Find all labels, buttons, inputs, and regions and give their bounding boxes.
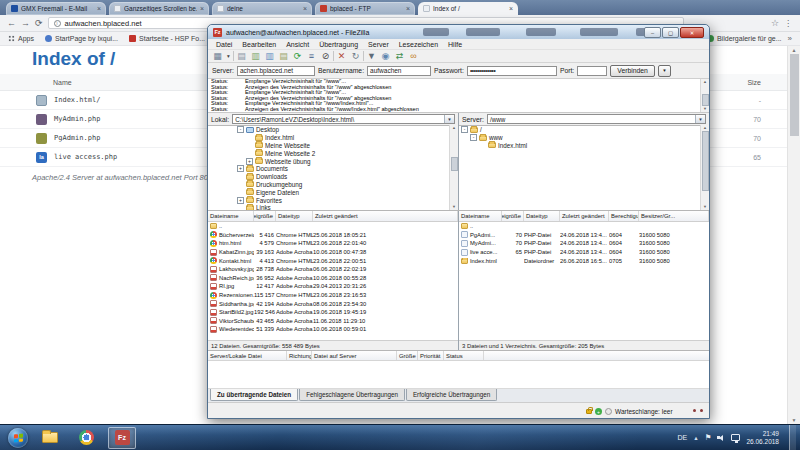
tree-item[interactable]: + Webseite übung bbox=[208, 157, 449, 165]
tree-expander-icon[interactable]: - bbox=[461, 126, 468, 133]
local-tree-scrollbar[interactable]: ▲ ▼ bbox=[449, 125, 458, 210]
queue-column-header[interactable]: Größe bbox=[397, 351, 418, 360]
tree-expander-icon[interactable] bbox=[479, 142, 486, 149]
Rezensionen.html[interactable]: Rezensionen.html 115 157 Chrome HTML... … bbox=[208, 291, 458, 300]
tree-item[interactable]: Downloads bbox=[208, 173, 449, 181]
site-manager-caret-icon[interactable]: ▾ bbox=[225, 50, 232, 62]
Lakhovsky.jpg[interactable]: Lakhovsky.jpg 28 738 Adobe Acroba... 06.… bbox=[208, 265, 458, 274]
log-scrollbar[interactable]: ▲ ▼ bbox=[700, 79, 709, 112]
live acce...[interactable]: live acce... 65 PHP-Datei 24.06.2018 13:… bbox=[459, 248, 709, 257]
browser-tab[interactable]: bplaced - FTP × bbox=[315, 2, 415, 15]
site-manager-icon[interactable]: ▦ bbox=[211, 50, 224, 62]
queue-tab[interactable]: Zu übertragende Dateien bbox=[210, 389, 298, 401]
resize-grip[interactable] bbox=[693, 409, 703, 412]
start-button[interactable] bbox=[8, 428, 28, 448]
menu-item[interactable]: Hilfe bbox=[443, 41, 467, 48]
tree-expander-icon[interactable]: - bbox=[470, 134, 477, 141]
username-input[interactable]: aufwachen bbox=[367, 66, 431, 76]
queue-tab[interactable]: Erfolgreiche Übertragungen bbox=[406, 389, 497, 401]
tab-close-icon[interactable]: × bbox=[97, 5, 101, 12]
StartBild2.jpg[interactable]: StartBild2.jpg 192 546 Adobe Acroba... 1… bbox=[208, 308, 458, 317]
remote-tree-scrollbar[interactable]: ▲ ▼ bbox=[700, 125, 709, 210]
tree-expander-icon[interactable]: + bbox=[237, 165, 244, 172]
tree-item[interactable]: Index.html bbox=[208, 134, 449, 142]
compare-icon[interactable]: ◉ bbox=[379, 50, 392, 62]
cancel-icon[interactable]: ⊘ bbox=[319, 50, 332, 62]
Kontakt.html[interactable]: Kontakt.html 4 413 Chrome HTML... 23.06.… bbox=[208, 256, 458, 265]
column-header[interactable]: Dateigröße bbox=[502, 211, 524, 221]
queue-column-header[interactable]: Status bbox=[444, 351, 484, 360]
queue-tab[interactable]: Fehlgeschlagene Übertragungen bbox=[299, 389, 405, 401]
taskbar-filezilla-button[interactable]: Fz bbox=[108, 427, 136, 449]
column-header[interactable]: Dateiname bbox=[208, 211, 254, 221]
PgAdmi...[interactable]: PgAdmi... 70 PHP-Datei 24.06.2018 13:4..… bbox=[459, 231, 709, 240]
scroll-down-icon[interactable]: ▼ bbox=[452, 204, 456, 210]
scrollbar-thumb[interactable] bbox=[702, 131, 709, 191]
menu-item[interactable]: Übertragung bbox=[314, 41, 363, 48]
menu-item[interactable]: Bearbeiten bbox=[237, 41, 281, 48]
tree-item[interactable]: + Favorites bbox=[208, 196, 449, 204]
toggle-remote-tree-icon[interactable]: ▥ bbox=[263, 50, 276, 62]
quickconnect-button[interactable]: Verbinden bbox=[610, 65, 655, 77]
tab-close-icon[interactable]: × bbox=[200, 5, 204, 12]
menu-item[interactable]: Lesezeichen bbox=[394, 41, 443, 48]
column-header[interactable]: Dateigröße bbox=[254, 211, 276, 221]
reload-icon[interactable]: ⟳ bbox=[35, 19, 43, 28]
back-icon[interactable]: ← bbox=[7, 19, 16, 28]
show-desktop-button[interactable] bbox=[789, 425, 796, 450]
bookmark-item[interactable]: Startseite - HSP Fo... bbox=[129, 35, 205, 42]
bookmark-star-icon[interactable]: ☆ bbox=[771, 18, 779, 28]
toggle-local-tree-icon[interactable]: ▥ bbox=[249, 50, 262, 62]
scroll-down-icon[interactable]: ▼ bbox=[703, 204, 707, 210]
queue-column-header[interactable]: Datei auf Server bbox=[312, 351, 397, 360]
column-header[interactable]: Dateiname bbox=[459, 211, 502, 221]
volume-icon[interactable] bbox=[717, 434, 725, 442]
language-indicator[interactable]: DE bbox=[678, 434, 688, 441]
find-files-icon[interactable]: ∞ bbox=[407, 50, 420, 62]
tree-item[interactable]: Meine Webseite bbox=[208, 142, 449, 150]
bookmarks-overflow-icon[interactable]: » bbox=[788, 34, 792, 43]
tab-close-icon[interactable]: × bbox=[509, 5, 513, 12]
remote-path-combo[interactable]: /www ▼ bbox=[487, 114, 706, 124]
toggle-log-icon[interactable]: ▤ bbox=[235, 50, 248, 62]
tree-expander-icon[interactable] bbox=[237, 181, 244, 188]
port-input[interactable] bbox=[577, 66, 607, 76]
close-button[interactable]: ✕ bbox=[680, 27, 704, 38]
column-header[interactable]: Zuletzt geändert bbox=[313, 211, 458, 221]
filter-icon[interactable]: ▼ bbox=[365, 50, 378, 62]
file-link[interactable]: Index.html/ bbox=[54, 96, 100, 104]
..[interactable]: .. bbox=[459, 222, 709, 231]
sync-icon[interactable]: ⇄ bbox=[393, 50, 406, 62]
browser-tab[interactable]: deine × bbox=[212, 2, 312, 15]
column-header[interactable]: Besitzer/Gr... bbox=[639, 211, 709, 221]
queue-column-header[interactable]: Richtung bbox=[287, 351, 312, 360]
quickconnect-dropdown-icon[interactable]: ▼ bbox=[658, 65, 671, 77]
tree-expander-icon[interactable]: + bbox=[237, 197, 244, 204]
action-center-flag-icon[interactable]: ⚑ bbox=[705, 433, 712, 442]
KabatZinn.jpg[interactable]: KabatZinn.jpg 39 163 Adobe Acroba... 10.… bbox=[208, 248, 458, 257]
Index.html[interactable]: Index.html Dateiordner 26.06.2018 16:5..… bbox=[459, 256, 709, 265]
scrollbar-thumb[interactable] bbox=[451, 157, 458, 171]
scroll-up-icon[interactable]: ▲ bbox=[452, 125, 456, 131]
tree-item[interactable]: Index.html bbox=[459, 142, 700, 150]
combo-caret-icon[interactable]: ▼ bbox=[695, 115, 705, 123]
tree-item[interactable]: Links bbox=[208, 204, 449, 210]
maximize-button[interactable]: ▢ bbox=[662, 27, 679, 38]
reconnect-icon[interactable]: ↻ bbox=[349, 50, 362, 62]
Wiederentdecku...[interactable]: Wiederentdecku... 51 339 Adobe Acroba...… bbox=[208, 325, 458, 334]
menu-item[interactable]: Server bbox=[363, 41, 394, 48]
scroll-down-icon[interactable]: ▼ bbox=[792, 416, 797, 424]
tree-item[interactable]: Eigene Dateien bbox=[208, 188, 449, 196]
tree-expander-icon[interactable] bbox=[237, 173, 244, 180]
file-link[interactable]: PgAdmin.php bbox=[54, 134, 100, 142]
hidden-icons-chevron[interactable]: ▲ bbox=[693, 435, 698, 441]
tab-close-icon[interactable]: × bbox=[303, 5, 307, 12]
..[interactable]: .. bbox=[208, 222, 458, 231]
taskbar-chrome-button[interactable] bbox=[72, 427, 100, 449]
taskbar-explorer-button[interactable] bbox=[36, 427, 64, 449]
queue-column-header[interactable]: Priorität bbox=[418, 351, 444, 360]
filezilla-titlebar[interactable]: Fz aufwachen@aufwachen.bplaced.net - Fil… bbox=[208, 25, 709, 39]
refresh-icon[interactable]: ⟳ bbox=[291, 50, 304, 62]
RI.jpg[interactable]: RI.jpg 12 417 Adobe Acroba... 29.04.2013… bbox=[208, 282, 458, 291]
browser-menu-icon[interactable]: ⋮ bbox=[784, 19, 793, 28]
